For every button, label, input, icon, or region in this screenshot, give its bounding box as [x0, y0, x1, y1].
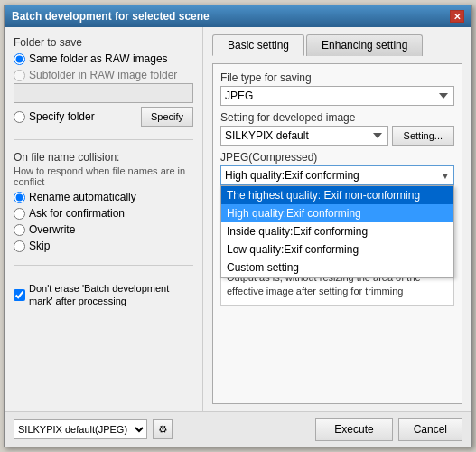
radio-subfolder[interactable]: Subfolder in RAW image folder: [14, 69, 193, 81]
collision-label: On file name collision:: [14, 151, 193, 164]
quality-dropdown-list: The highest quality: Exif non-conforming…: [220, 185, 454, 278]
dev-image-label: Setting for developed image: [220, 111, 454, 124]
setting-button[interactable]: Setting...: [392, 126, 454, 146]
specify-row: Specify folder Specify: [14, 107, 193, 127]
gear-button[interactable]: ⚙: [153, 419, 173, 439]
dev-image-select[interactable]: SILKYPIX default: [220, 126, 388, 146]
folder-radio-group: Same folder as RAW images Subfolder in R…: [14, 52, 193, 81]
dropdown-item-0[interactable]: The highest quality: Exif non-conforming: [221, 186, 453, 204]
dropdown-item-4[interactable]: Custom setting: [221, 259, 453, 277]
specify-button[interactable]: Specify: [141, 107, 193, 127]
close-button[interactable]: ✕: [450, 10, 464, 23]
main-window: Batch development for selected scene ✕ F…: [4, 5, 472, 447]
file-type-label: File type for saving: [220, 71, 454, 84]
title-bar: Batch development for selected scene ✕: [5, 5, 471, 27]
quality-dropdown-container: High quality:Exif conforming ▼ The highe…: [220, 165, 454, 185]
dropdown-arrow-icon: ▼: [441, 171, 450, 181]
jpeg-label: JPEG(Compressed): [220, 151, 454, 164]
dropdown-item-3[interactable]: Low quality:Exif conforming: [221, 240, 453, 259]
collision-section: On file name collision: How to respond w…: [14, 151, 193, 252]
right-panel: Basic setting Enhancing setting File typ…: [203, 27, 471, 411]
collision-sub: How to respond when file names are in co…: [14, 165, 193, 187]
quality-selected-text: High quality:Exif conforming: [225, 169, 359, 182]
radio-overwrite-input[interactable]: [14, 224, 25, 236]
quality-dropdown-trigger[interactable]: High quality:Exif conforming ▼: [220, 165, 454, 185]
radio-specify-input[interactable]: [14, 111, 25, 123]
divider-2: [14, 265, 193, 266]
window-body: Folder to save Same folder as RAW images…: [5, 27, 471, 411]
file-type-select[interactable]: JPEG: [220, 86, 454, 106]
radio-subfolder-input[interactable]: [14, 70, 25, 81]
window-title: Batch development for selected scene: [12, 10, 210, 23]
left-panel: Folder to save Same folder as RAW images…: [5, 27, 203, 411]
dont-erase-checkbox[interactable]: [14, 289, 25, 301]
dropdown-item-1[interactable]: High quality:Exif conforming: [221, 204, 453, 222]
radio-rename[interactable]: Rename automatically: [14, 191, 193, 203]
radio-same-folder-input[interactable]: [14, 53, 25, 65]
folder-path-input[interactable]: [14, 83, 193, 103]
profile-select[interactable]: SILKYPIX default(JPEG): [14, 419, 147, 439]
folder-section-label: Folder to save: [14, 36, 193, 49]
radio-skip-input[interactable]: [14, 240, 25, 252]
radio-specify[interactable]: Specify folder: [14, 110, 137, 123]
radio-same-folder[interactable]: Same folder as RAW images: [14, 52, 193, 65]
radio-overwrite[interactable]: Overwrite: [14, 223, 193, 236]
radio-confirm[interactable]: Ask for confirmation: [14, 207, 193, 220]
dev-image-group: Setting for developed image SILKYPIX def…: [220, 111, 454, 146]
execute-button[interactable]: Execute: [315, 418, 392, 441]
tabs: Basic setting Enhancing setting: [212, 34, 462, 56]
cancel-button[interactable]: Cancel: [398, 418, 462, 441]
tab-basic[interactable]: Basic setting: [212, 34, 304, 56]
radio-confirm-input[interactable]: [14, 208, 25, 220]
file-type-group: File type for saving JPEG: [220, 71, 454, 106]
folder-section: Folder to save Same folder as RAW images…: [14, 36, 193, 127]
dont-erase-checkbox-row[interactable]: Don't erase 'Batch development mark' aft…: [14, 282, 193, 308]
bottom-bar: SILKYPIX default(JPEG) ⚙ Execute Cancel: [5, 411, 471, 447]
divider-1: [14, 139, 193, 140]
collision-radio-group: Rename automatically Ask for confirmatio…: [14, 191, 193, 252]
tab-enhancing[interactable]: Enhancing setting: [306, 34, 423, 56]
tab-content-basic: File type for saving JPEG Setting for de…: [212, 63, 462, 404]
jpeg-group: JPEG(Compressed) High quality:Exif confo…: [220, 151, 454, 185]
radio-rename-input[interactable]: [14, 192, 25, 203]
radio-skip[interactable]: Skip: [14, 240, 193, 252]
dropdown-item-2[interactable]: Inside quality:Exif conforming: [221, 222, 453, 240]
